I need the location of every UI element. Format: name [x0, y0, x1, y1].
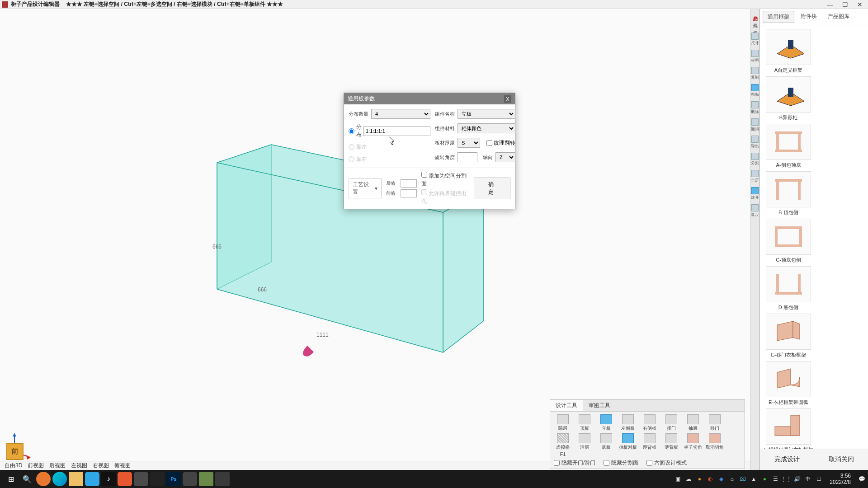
- explorer-icon[interactable]: [69, 472, 83, 486]
- tool-slide[interactable]: 移门: [704, 413, 726, 432]
- app-icon[interactable]: [215, 472, 230, 486]
- tool-vertical[interactable]: 立板: [595, 413, 617, 432]
- chk-hide-split[interactable]: 隐藏分割面: [604, 459, 638, 467]
- front-shrink-input[interactable]: [401, 189, 417, 197]
- view-back[interactable]: 后视图: [49, 462, 66, 469]
- view-left[interactable]: 左视图: [71, 462, 87, 469]
- chk-hide-doors[interactable]: 隐藏开门/滑门: [554, 459, 595, 467]
- app-icon[interactable]: [183, 472, 197, 486]
- axis-gizmo[interactable]: 前: [4, 432, 31, 464]
- tray-icon[interactable]: ☐: [815, 475, 822, 483]
- view-top[interactable]: 俯视图: [114, 462, 131, 469]
- tool-virtual[interactable]: 虚拟格: [552, 432, 574, 451]
- wifi-icon[interactable]: ⋮⋮: [783, 475, 790, 483]
- view-free3d[interactable]: 自由3D: [5, 462, 22, 469]
- lib-item[interactable]: B-顶包侧: [764, 171, 813, 216]
- tray-icon[interactable]: ●: [761, 475, 768, 483]
- distribute-input[interactable]: [363, 126, 430, 136]
- minimize-button[interactable]: —: [827, 1, 833, 8]
- add-split-checkbox[interactable]: 添加为空间分割面: [421, 172, 469, 188]
- rotation-input[interactable]: [458, 152, 477, 162]
- tab-frame[interactable]: 通用框架: [763, 11, 794, 23]
- lib-item[interactable]: D-底包侧: [764, 266, 813, 311]
- tool-thickback[interactable]: 厚背板: [639, 432, 660, 451]
- back-shrink-input[interactable]: [401, 179, 417, 188]
- tray-icon[interactable]: ☰: [772, 475, 779, 483]
- tab-gallery[interactable]: 产品图库: [823, 11, 854, 23]
- vbtn-export[interactable]: 导出: [751, 136, 759, 149]
- app-icon[interactable]: [150, 472, 165, 486]
- lib-item[interactable]: C-顶底包侧: [764, 219, 813, 263]
- tool-leftside[interactable]: 左侧板: [617, 413, 639, 432]
- tool-top[interactable]: 顶板: [574, 413, 595, 432]
- lib-item[interactable]: E-衣柜框架带圆弧: [764, 361, 813, 406]
- name-select[interactable]: 立板: [458, 109, 515, 119]
- tool-shelf[interactable]: 隔层: [552, 413, 574, 432]
- tab-design-tools[interactable]: 设计工具: [550, 400, 583, 411]
- volume-icon[interactable]: 🔊: [793, 475, 801, 483]
- vbtn-measure[interactable]: 量尺: [751, 204, 759, 218]
- tab-accessory[interactable]: 附件块: [796, 11, 821, 23]
- tray-icon[interactable]: ◐: [707, 475, 714, 483]
- bluetooth-icon[interactable]: ⌧: [739, 475, 746, 483]
- vbtn-delete[interactable]: 删除: [751, 101, 759, 115]
- radio-distribute[interactable]: [349, 128, 354, 134]
- view-right[interactable]: 右视图: [93, 462, 109, 469]
- taskbar-clock[interactable]: 3:56 2022/2/8: [826, 473, 854, 486]
- lib-item[interactable]: F-榻榻米滑门衣柜框架: [764, 408, 813, 449]
- vbtn-paste[interactable]: 粘贴: [751, 84, 759, 98]
- lib-item[interactable]: E-移门衣柜框架: [764, 314, 813, 358]
- tool-bottom[interactable]: 底板: [595, 432, 617, 451]
- start-button[interactable]: ⊞: [4, 472, 18, 486]
- tiktok-icon[interactable]: ♪: [101, 472, 116, 486]
- tab-review-tools[interactable]: 审图工具: [583, 400, 616, 411]
- tool-door[interactable]: 撑门: [660, 413, 682, 432]
- notifications-icon[interactable]: 💬: [858, 475, 865, 483]
- app-icon[interactable]: [199, 472, 213, 486]
- edge-icon[interactable]: [52, 472, 67, 486]
- tool-thinback[interactable]: 薄背板: [660, 432, 682, 451]
- craft-settings-button[interactable]: 工艺设置▾: [349, 178, 382, 198]
- vbtn-material[interactable]: 材料: [751, 50, 759, 63]
- vtab-product[interactable]: 产品: [752, 11, 758, 14]
- tool-uncut[interactable]: 取消切角: [704, 432, 726, 451]
- lib-item[interactable]: A自定义框架: [764, 29, 813, 74]
- photoshop-icon[interactable]: Ps: [166, 472, 181, 486]
- app-icon[interactable]: [134, 472, 148, 486]
- vtab-property[interactable]: 属性: [752, 18, 758, 22]
- app-icon[interactable]: [36, 472, 51, 486]
- tool-cut[interactable]: 柜子切角: [682, 432, 704, 451]
- tool-drawer[interactable]: 抽屉: [682, 413, 704, 432]
- app-icon[interactable]: [85, 472, 99, 486]
- count-select[interactable]: 4: [371, 109, 430, 119]
- vbtn-size[interactable]: 尺寸: [751, 33, 759, 46]
- tray-icon[interactable]: ●: [696, 475, 703, 483]
- dialog-close-button[interactable]: X: [504, 95, 511, 103]
- material-select[interactable]: 柜体颜色: [458, 123, 515, 133]
- tray-icon[interactable]: ☁: [685, 475, 692, 483]
- tray-icon[interactable]: ▣: [674, 475, 681, 483]
- vbtn-copy[interactable]: 复制: [751, 67, 759, 80]
- tool-pair[interactable]: 挡板对板: [617, 432, 639, 451]
- finish-design-button[interactable]: 完成设计: [760, 449, 814, 470]
- ok-button[interactable]: 确 定: [474, 178, 510, 199]
- vbtn-fullscreen[interactable]: 全屏: [751, 170, 759, 183]
- lib-item[interactable]: B异形柜: [764, 76, 813, 121]
- tool-live[interactable]: 活层: [574, 432, 595, 451]
- chk-six-face[interactable]: 六面设计模式: [646, 459, 687, 467]
- app-icon[interactable]: [118, 472, 132, 486]
- tool-rightside[interactable]: 右侧板: [639, 413, 660, 432]
- view-front[interactable]: 前视图: [28, 462, 44, 469]
- lib-item[interactable]: A-侧包顶底: [764, 124, 813, 169]
- vbtn-explode[interactable]: 炸开: [751, 187, 759, 201]
- search-icon[interactable]: 🔍: [20, 472, 34, 486]
- gizmo-cube[interactable]: 前: [6, 443, 24, 460]
- vbtn-split[interactable]: 分割: [751, 153, 759, 166]
- tray-icon[interactable]: ▲: [750, 475, 757, 483]
- maximize-button[interactable]: ☐: [842, 1, 848, 8]
- texture-flip-checkbox[interactable]: 纹理翻转: [486, 139, 515, 147]
- tray-icon[interactable]: ◆: [717, 475, 725, 483]
- cancel-close-button[interactable]: 取消关闭: [814, 449, 868, 470]
- thickness-select[interactable]: S: [458, 138, 480, 148]
- ime-icon[interactable]: 中: [804, 475, 811, 483]
